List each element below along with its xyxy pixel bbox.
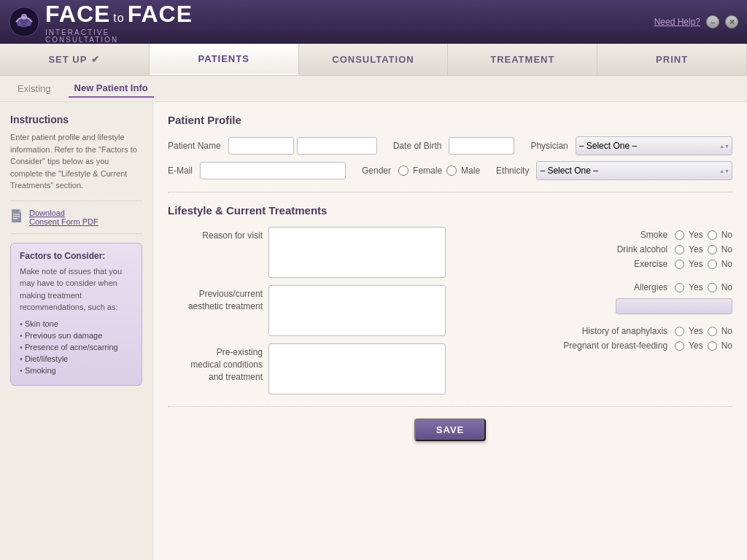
preexisting-label: Pre-existing medical conditions and trea… — [168, 343, 263, 383]
save-button-row: SAVE — [168, 419, 732, 448]
tab-consultation[interactable]: CONSULTATION — [299, 44, 449, 75]
drink-no-radio[interactable] — [708, 245, 717, 254]
gender-female-label: Female — [413, 166, 442, 176]
allergy-text-input[interactable] — [616, 298, 732, 314]
sidebar: Instructions Enter patient profile and l… — [0, 102, 153, 560]
smoke-row: Smoke Yes No — [454, 230, 732, 240]
tab-patients[interactable]: PATIENTS — [150, 44, 299, 75]
logo-icon — [9, 7, 39, 37]
minimize-button[interactable]: – — [706, 15, 719, 28]
logo-face2: FACE — [128, 1, 193, 28]
anaphylaxis-yes-label: Yes — [689, 326, 703, 336]
allergies-yes-radio[interactable] — [675, 283, 684, 292]
dob-input[interactable] — [449, 137, 514, 155]
divider-1 — [10, 201, 142, 201]
ethnicity-label: Ethnicity — [496, 166, 529, 176]
drink-label: Drink alcohol — [617, 244, 667, 254]
previous-treatment-row: Previous/current aesthetic treatment — [168, 285, 446, 336]
reason-label: Reason for visit — [168, 227, 263, 242]
lifestyle-left: Reason for visit Previous/current aesthe… — [168, 227, 446, 394]
exercise-yes-label: Yes — [689, 259, 703, 269]
preexisting-row: Pre-existing medical conditions and trea… — [168, 343, 446, 394]
factors-intro: Make note of issues that you may have to… — [20, 265, 133, 314]
patient-profile-title: Patient Profile — [168, 114, 732, 126]
gender-label: Gender — [362, 166, 391, 176]
instructions-title: Instructions — [10, 114, 142, 125]
reason-row: Reason for visit — [168, 227, 446, 278]
anaphylaxis-label: History of anaphylaxis — [582, 326, 667, 336]
factors-title: Factors to Consider: — [20, 251, 133, 261]
physician-select[interactable]: – Select One – — [576, 136, 732, 155]
need-help-link[interactable]: Need Help? — [654, 17, 700, 27]
pregnant-label: Pregnant or breast-feeding — [563, 341, 667, 351]
smoke-no-radio[interactable] — [708, 230, 717, 240]
patient-name-label: Patient Name — [168, 141, 221, 151]
factors-box: Factors to Consider: Make note of issues… — [10, 243, 142, 386]
anaphylaxis-row: History of anaphylaxis Yes No — [454, 326, 732, 336]
exercise-no-radio[interactable] — [708, 260, 717, 269]
email-input[interactable] — [200, 162, 346, 179]
email-label: E-Mail — [168, 166, 193, 176]
drink-no-label: No — [721, 244, 732, 254]
svg-point-3 — [27, 22, 31, 26]
logo-face1: FACE — [45, 1, 110, 28]
exercise-no-label: No — [721, 259, 732, 269]
anaphylaxis-no-radio[interactable] — [708, 327, 717, 336]
title-bar-right: Need Help? – ✕ — [649, 15, 738, 28]
gender-male-radio[interactable] — [446, 166, 457, 176]
divider-2 — [10, 233, 142, 234]
subtab-existing[interactable]: Existing — [12, 80, 57, 97]
tab-setup[interactable]: SET UP ✔ — [0, 44, 150, 75]
allergies-yes-label: Yes — [689, 282, 703, 292]
close-button[interactable]: ✕ — [725, 15, 738, 28]
preexisting-textarea[interactable] — [268, 343, 446, 394]
lifestyle-right: Smoke Yes No Drink alcohol Yes No Exerci… — [454, 227, 732, 394]
patient-last-name-input[interactable] — [297, 137, 377, 155]
instructions-text: Enter patient profile and lifestyle info… — [10, 131, 142, 192]
factor-item: Diet/lifestyle — [20, 354, 133, 363]
logo-subtitle: INTERACTIVE CONSULTATION — [45, 29, 193, 44]
ethnicity-select[interactable]: – Select One – — [536, 161, 732, 180]
form-area: Patient Profile Patient Name Date of Bir… — [153, 102, 747, 560]
profile-divider — [168, 192, 732, 192]
anaphylaxis-yes-radio[interactable] — [675, 327, 684, 336]
factor-item: Presence of acne/scarring — [20, 343, 133, 351]
factor-item: Skin tone — [20, 319, 133, 328]
patient-first-name-input[interactable] — [228, 137, 294, 155]
pregnant-row: Pregnant or breast-feeding Yes No — [454, 341, 732, 351]
document-icon — [10, 209, 25, 226]
nav-tabs: SET UP ✔ PATIENTS CONSULTATION TREATMENT… — [0, 44, 747, 76]
drink-yes-radio[interactable] — [675, 245, 684, 254]
drink-row: Drink alcohol Yes No — [454, 244, 732, 254]
lifestyle-divider — [168, 406, 732, 407]
factor-item: Previous sun damage — [20, 331, 133, 340]
save-button[interactable]: SAVE — [414, 419, 486, 441]
lifestyle-title: Lifestyle & Current Treatments — [168, 204, 732, 217]
allergies-no-radio[interactable] — [708, 283, 717, 292]
download-link[interactable]: Download Consent Form PDF — [10, 209, 142, 226]
download-text: Download Consent Form PDF — [29, 209, 98, 226]
subtab-new-patient[interactable]: New Patient Info — [69, 79, 154, 98]
title-bar: FACE to FACE INTERACTIVE CONSULTATION Ne… — [0, 0, 747, 44]
reason-textarea[interactable] — [268, 227, 446, 278]
allergies-no-label: No — [721, 282, 732, 292]
smoke-yes-radio[interactable] — [675, 230, 684, 240]
allergies-row: Allergies Yes No — [454, 282, 732, 292]
smoke-yes-label: Yes — [689, 230, 703, 240]
tab-print[interactable]: PRINT — [597, 44, 747, 75]
setup-check-icon: ✔ — [91, 54, 100, 65]
gender-male-label: Male — [461, 166, 480, 176]
gender-female-radio[interactable] — [398, 166, 409, 176]
sub-tabs: Existing New Patient Info — [0, 76, 747, 102]
lifestyle-grid: Reason for visit Previous/current aesthe… — [168, 227, 732, 394]
factors-list: Skin tone Previous sun damage Presence o… — [20, 319, 133, 375]
pregnant-no-label: No — [721, 341, 732, 351]
pregnant-no-radio[interactable] — [708, 341, 717, 351]
tab-treatment[interactable]: TREATMENT — [448, 44, 597, 75]
factor-item: Smoking — [20, 366, 133, 375]
previous-treatment-textarea[interactable] — [268, 285, 446, 336]
dob-label: Date of Birth — [393, 141, 442, 151]
gender-radio-group: Female Male — [398, 166, 480, 176]
pregnant-yes-radio[interactable] — [675, 341, 684, 351]
exercise-yes-radio[interactable] — [675, 260, 684, 269]
